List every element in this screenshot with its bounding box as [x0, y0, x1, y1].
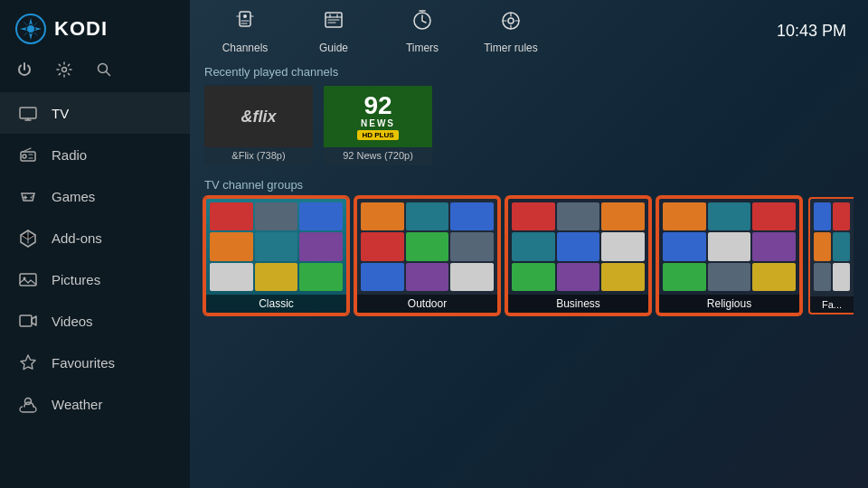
favourites-icon: [17, 352, 39, 373]
guide-label: Guide: [319, 42, 348, 54]
rel-logo-4: [663, 232, 706, 260]
logo-8: [255, 263, 298, 291]
sidebar: KODI: [0, 0, 190, 488]
logo-3: [299, 202, 343, 230]
sidebar-label-weather: Weather: [52, 397, 102, 412]
recently-played-channels: &flix &Flix (738p) 92 NEWS HD PLUS 92 Ne…: [204, 84, 854, 165]
sidebar-label-games: Games: [52, 189, 95, 204]
biz-logo-2: [557, 202, 600, 230]
svg-rect-12: [20, 108, 36, 118]
recently-played-section: Recently played channels &flix &Flix (73…: [204, 61, 854, 165]
svg-point-16: [33, 195, 34, 197]
channel-card-andflix[interactable]: &flix &Flix (738p): [204, 84, 313, 165]
fa-logo-4: [833, 232, 850, 260]
religious-grid: [659, 199, 799, 295]
channels-icon: [232, 7, 258, 38]
sidebar-item-games[interactable]: Games: [0, 175, 190, 217]
group-card-business[interactable]: Business: [506, 197, 650, 314]
pictures-icon: [17, 268, 39, 290]
svg-point-26: [508, 18, 514, 23]
svg-point-10: [62, 68, 67, 72]
sidebar-item-weather[interactable]: Weather: [0, 383, 190, 425]
sidebar-item-favourites[interactable]: Favourites: [0, 342, 190, 383]
news92-text: NEWS: [361, 118, 395, 128]
games-icon: [17, 185, 39, 207]
svg-rect-19: [20, 315, 32, 326]
svg-marker-1: [29, 18, 33, 25]
clock-display: 10:43 PM: [777, 22, 854, 41]
svg-marker-3: [20, 27, 27, 31]
rel-logo-5: [708, 232, 751, 260]
addons-icon: [17, 227, 39, 249]
outdoor-logo-5: [406, 232, 449, 260]
biz-logo-9: [601, 263, 645, 291]
search-icon[interactable]: [94, 60, 114, 80]
biz-logo-1: [512, 202, 555, 230]
fa-logo-6: [833, 263, 850, 291]
radio-icon: [17, 144, 39, 165]
biz-logo-4: [512, 232, 555, 260]
svg-marker-7: [33, 22, 39, 27]
sidebar-controls: [0, 54, 190, 92]
outdoor-logo-3: [450, 202, 494, 230]
outdoor-logo-6: [450, 232, 494, 260]
group-card-religious[interactable]: Religious: [657, 197, 801, 314]
logo-2: [255, 202, 298, 230]
rel-logo-7: [663, 263, 706, 291]
logo-7: [210, 263, 253, 291]
topbar-guide[interactable]: Guide: [293, 2, 374, 60]
classic-grid: [206, 199, 346, 295]
settings-icon[interactable]: [54, 60, 74, 80]
fa-logo-2: [833, 202, 850, 230]
timers-icon: [410, 7, 435, 38]
fa-logo-5: [814, 263, 831, 291]
rel-logo-6: [752, 232, 796, 260]
biz-logo-8: [557, 263, 600, 291]
topbar-timerrules[interactable]: Timer rules: [470, 3, 552, 60]
main-content: Channels Guide Ti: [190, 0, 868, 488]
andflix-thumbnail: &flix: [204, 86, 313, 147]
sidebar-item-addons[interactable]: Add-ons: [0, 217, 190, 258]
recently-played-title: Recently played channels: [204, 65, 854, 79]
svg-marker-6: [33, 32, 39, 37]
timers-label: Timers: [406, 42, 439, 54]
sidebar-item-pictures[interactable]: Pictures: [0, 258, 190, 300]
sidebar-label-pictures: Pictures: [52, 272, 100, 287]
topbar-timers[interactable]: Timers: [382, 2, 463, 60]
sidebar-nav: TV Radio: [0, 92, 190, 488]
group-card-fa[interactable]: Fa...: [808, 197, 854, 314]
news92-number: 92: [363, 93, 392, 118]
sidebar-item-videos[interactable]: Videos: [0, 300, 190, 342]
rel-logo-1: [663, 202, 706, 230]
channel-card-92news[interactable]: 92 NEWS HD PLUS 92 News (720p): [324, 84, 432, 165]
group-card-classic[interactable]: Classic: [204, 197, 348, 314]
power-icon[interactable]: [14, 60, 34, 80]
rel-logo-3: [752, 202, 796, 230]
group-card-outdoor[interactable]: Outdoor: [355, 197, 499, 314]
fa-label: Fa...: [810, 296, 854, 313]
news92-badge: HD PLUS: [357, 130, 398, 140]
svg-rect-17: [20, 274, 36, 286]
sidebar-label-favourites: Favourites: [52, 355, 115, 371]
channels-label: Channels: [222, 42, 269, 54]
topbar-channels[interactable]: Channels: [204, 2, 286, 60]
svg-marker-8: [24, 32, 29, 37]
outdoor-logo-8: [406, 263, 449, 291]
channel-groups-section: TV channel groups Classic: [204, 174, 854, 314]
sidebar-label-tv: TV: [52, 106, 69, 121]
sidebar-header: KODI: [0, 0, 190, 54]
sidebar-item-radio[interactable]: Radio: [0, 134, 190, 175]
outdoor-logo-2: [406, 202, 449, 230]
channel-groups-title: TV channel groups: [204, 178, 854, 192]
kodi-logo-icon: [14, 13, 47, 45]
logo-6: [299, 232, 343, 260]
biz-logo-5: [557, 232, 600, 260]
logo-4: [210, 232, 253, 260]
biz-logo-3: [601, 202, 645, 230]
sidebar-item-tv[interactable]: TV: [0, 92, 190, 134]
kodi-title: KODI: [54, 17, 108, 41]
rel-logo-8: [708, 263, 751, 291]
religious-label: Religious: [659, 295, 799, 313]
rel-logo-2: [708, 202, 751, 230]
outdoor-logo-1: [361, 202, 404, 230]
